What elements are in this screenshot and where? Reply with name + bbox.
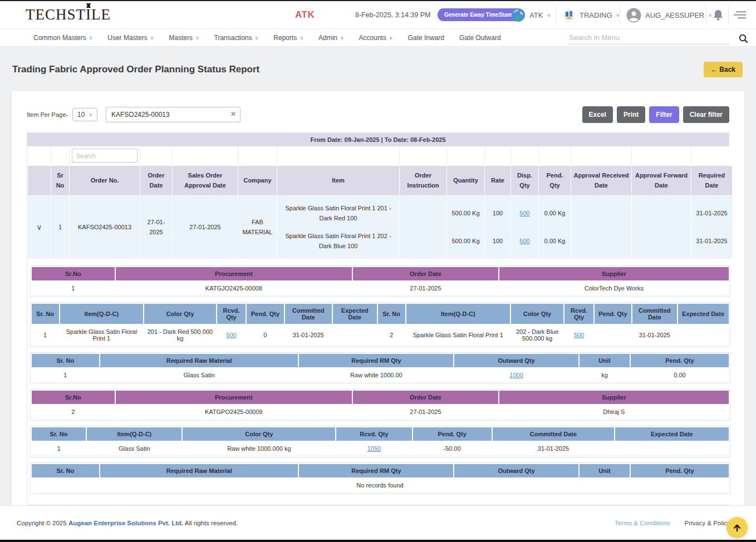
scroll-to-top-button[interactable] [726, 517, 748, 538]
cell-sales-order-approval-date: 27-01-2025 [173, 195, 238, 259]
item-color-qty: Raw white 1000.000 kg [183, 442, 335, 456]
rm-pend-qty: 0.00 [631, 368, 728, 382]
items-per-page-label: Item Per Page- [27, 111, 68, 118]
clear-input-icon[interactable]: ✕ [230, 110, 236, 118]
rm-col-qty: Required RM Qty [299, 354, 453, 367]
item-col-sr-no: Sr. No [32, 304, 59, 324]
item-name: Sparkle Glass Satin Floral Print 1 [406, 325, 510, 346]
procurement-row: 1 KATGJO2425-00008 27-01-2025 ColorTech … [32, 282, 729, 295]
col-order-instruction: Order Instruction [400, 165, 447, 195]
divider [728, 6, 729, 24]
collapse-row-icon[interactable]: ∨ [36, 223, 42, 231]
techstile-logo[interactable]: TECHSTILE [26, 6, 111, 23]
divider [556, 6, 556, 24]
filter-button[interactable]: Filter [649, 106, 679, 123]
menu-search-input[interactable] [568, 31, 729, 44]
items-per-page-select[interactable]: 10∨ [72, 108, 97, 121]
nav-accounts[interactable]: Accounts∨ [359, 34, 393, 42]
back-button[interactable]: ← Back [704, 62, 743, 77]
item-col-pend-qty: Pend. Qty [247, 304, 283, 324]
chevron-down-icon: ∨ [300, 35, 303, 41]
company-link[interactable]: Augean Enterprise Solutions Pvt. Ltd. [68, 520, 183, 526]
procurement-1-items-table: Sr. No Item(Q-D-C) Color Qty Rcvd. Qty P… [30, 302, 730, 347]
item-expected-date [615, 442, 728, 456]
rcvd-qty-link[interactable]: 1050 [367, 445, 381, 452]
rm-col-pend-qty: Pend. Qty [631, 354, 728, 367]
nav-gate-inward[interactable]: Gate Inward [408, 34, 444, 42]
rm-col-material: Required Raw Material [100, 354, 298, 367]
globe-icon [511, 8, 526, 22]
print-button[interactable]: Print [617, 106, 645, 123]
cell-order-date: 27-01-2025 [140, 195, 173, 259]
item-col-pend-qty: Pend. Qty [595, 304, 631, 324]
privacy-link[interactable]: Privacy & Policy [685, 520, 730, 526]
proc-col-order-date: Order Date [353, 391, 499, 404]
disp-qty-link-line1[interactable]: 500 [519, 209, 529, 219]
nav-admin[interactable]: Admin∨ [318, 34, 344, 42]
chevron-down-icon: ∨ [150, 35, 154, 41]
nav-user-masters[interactable]: User Masters∨ [107, 34, 154, 42]
nav-reports[interactable]: Reports∨ [273, 34, 303, 42]
item-col-qdc: Item(Q-D-C) [406, 304, 510, 324]
proc-supplier: Dhiraj S [499, 405, 728, 419]
procurement-item-row: 1 Glass Satin Raw white 1000.000 kg 1050… [32, 442, 729, 456]
cell-quantity-line1: 500.00 Kg [451, 209, 479, 219]
generate-eway-timestamp-button[interactable]: Generate Eway TimeStamp [438, 8, 522, 21]
item-name: Glass Satin [87, 442, 181, 456]
terms-link[interactable]: Terms & Conditions [615, 520, 670, 526]
col-order-date: Order Date [140, 165, 173, 195]
item-col-committed-date: Committed Date [493, 427, 614, 441]
procurement-1-raw-material-table: Sr. No Required Raw Material Required RM… [30, 352, 730, 384]
nav-masters[interactable]: Masters∨ [169, 34, 199, 42]
item-pend-qty: -50.00 [413, 442, 492, 456]
chevron-down-icon: ∨ [255, 35, 259, 41]
disp-qty-link-line2[interactable]: 500 [519, 236, 529, 247]
cell-rate-line2: 100 [493, 236, 503, 247]
search-icon[interactable] [739, 34, 748, 46]
cell-required-date-line2: 31-01-2025 [696, 236, 727, 247]
item-col-pend-qty: Pend. Qty [413, 427, 492, 441]
clear-filter-button[interactable]: Clear filter [683, 106, 729, 123]
item-sr: 2 [378, 325, 405, 346]
col-quantity: Quantity [447, 165, 485, 195]
chevron-down-icon: ∨ [547, 12, 551, 18]
hamburger-menu-icon[interactable] [734, 11, 746, 22]
item-committed-date: 31-01-2025 [632, 325, 677, 346]
proc-order-no: KATGPO2425-00009 [116, 405, 352, 419]
procurement-1-table: Sr.No Procurement Order Date Supplier 1 … [30, 265, 730, 297]
proc-order-date: 27-01-2025 [353, 405, 499, 419]
trading-icon [562, 8, 576, 22]
rm-col-qty: Required RM Qty [299, 464, 453, 477]
rcvd-qty-link[interactable]: 500 [574, 332, 584, 338]
unit-dropdown[interactable]: ATK ∨ [511, 1, 551, 29]
rcvd-qty-link[interactable]: 500 [226, 332, 236, 338]
logo-text: TECHST [26, 6, 86, 23]
item-col-sr-no: Sr. No [32, 427, 86, 441]
cell-pend-qty-line1: 0.00 Kg [544, 209, 566, 219]
report-card: Item Per Page- 10∨ ✕ Excel Print Filter … [11, 90, 745, 542]
rm-col-sr-no: Sr. No [32, 354, 100, 367]
nav-common-masters[interactable]: Common Masters∨ [33, 34, 92, 42]
order-number-filter-input[interactable] [106, 107, 240, 122]
user-avatar-icon [626, 8, 641, 23]
expanded-detail-row: Sr.No Procurement Order Date Supplier 1 … [28, 259, 733, 505]
module-dropdown[interactable]: TRADING ∨ [562, 1, 620, 29]
report-table: From Date: 09-Jan-2025 | To Date: 08-Feb… [27, 132, 729, 505]
item-col-color-qty: Color Qty [144, 304, 216, 324]
item-pend-qty [595, 325, 631, 346]
order-no-column-search-input[interactable] [72, 149, 138, 162]
cell-required-date-line1: 31-01-2025 [696, 209, 727, 219]
up-arrow-icon [732, 523, 742, 533]
outward-qty-link[interactable]: 1000 [509, 372, 523, 378]
nav-gate-outward[interactable]: Gate Outward [459, 34, 501, 42]
item-pend-qty: 0 [247, 325, 283, 346]
excel-button[interactable]: Excel [582, 106, 613, 123]
cell-item-line1: Sparkle Glass Satin Floral Print 1 201 -… [279, 204, 397, 223]
item-col-color-qty: Color Qty [511, 304, 563, 324]
notifications-bell-icon[interactable] [713, 9, 724, 23]
col-approval-forward-date: Approval Forward Date [632, 165, 691, 195]
item-expected-date [333, 325, 376, 346]
item-col-color-qty: Color Qty [183, 427, 335, 441]
user-menu[interactable]: AUG_AESSUPER ∨ [626, 1, 712, 29]
nav-transactions[interactable]: Transactions∨ [214, 34, 259, 42]
